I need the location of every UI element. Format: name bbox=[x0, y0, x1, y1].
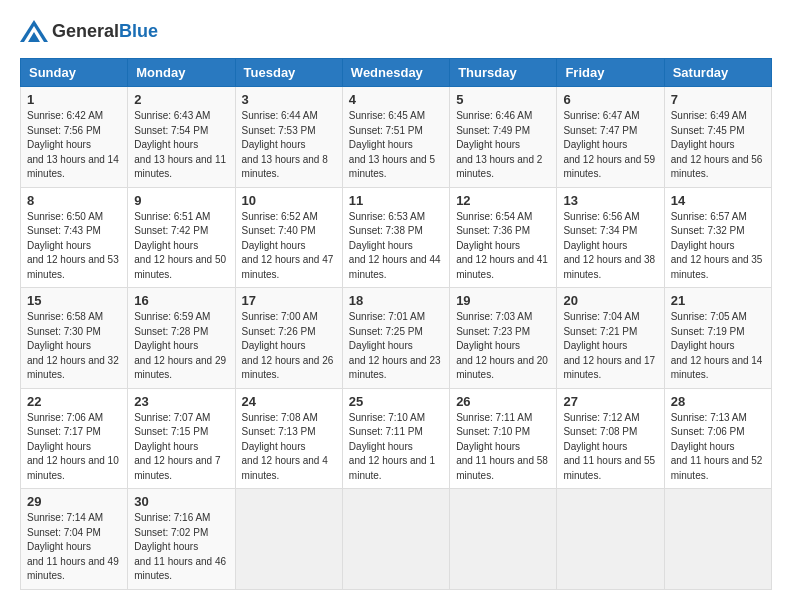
weekday-header-monday: Monday bbox=[128, 59, 235, 87]
logo-general-text: General bbox=[52, 21, 119, 41]
page-header: GeneralBlue bbox=[20, 20, 772, 42]
weekday-header-sunday: Sunday bbox=[21, 59, 128, 87]
day-info: Sunrise: 7:05 AMSunset: 7:19 PMDaylight … bbox=[671, 310, 765, 383]
calendar-cell: 23Sunrise: 7:07 AMSunset: 7:15 PMDayligh… bbox=[128, 388, 235, 489]
calendar-cell: 11Sunrise: 6:53 AMSunset: 7:38 PMDayligh… bbox=[342, 187, 449, 288]
calendar-cell: 9Sunrise: 6:51 AMSunset: 7:42 PMDaylight… bbox=[128, 187, 235, 288]
calendar-cell: 6Sunrise: 6:47 AMSunset: 7:47 PMDaylight… bbox=[557, 87, 664, 188]
day-info: Sunrise: 7:06 AMSunset: 7:17 PMDaylight … bbox=[27, 411, 121, 484]
day-info: Sunrise: 6:49 AMSunset: 7:45 PMDaylight … bbox=[671, 109, 765, 182]
calendar-cell: 2Sunrise: 6:43 AMSunset: 7:54 PMDaylight… bbox=[128, 87, 235, 188]
day-number: 13 bbox=[563, 193, 657, 208]
day-info: Sunrise: 7:03 AMSunset: 7:23 PMDaylight … bbox=[456, 310, 550, 383]
day-info: Sunrise: 6:44 AMSunset: 7:53 PMDaylight … bbox=[242, 109, 336, 182]
calendar-week-row: 1Sunrise: 6:42 AMSunset: 7:56 PMDaylight… bbox=[21, 87, 772, 188]
logo: GeneralBlue bbox=[20, 20, 158, 42]
calendar-cell: 28Sunrise: 7:13 AMSunset: 7:06 PMDayligh… bbox=[664, 388, 771, 489]
weekday-header-saturday: Saturday bbox=[664, 59, 771, 87]
weekday-header-wednesday: Wednesday bbox=[342, 59, 449, 87]
day-info: Sunrise: 7:08 AMSunset: 7:13 PMDaylight … bbox=[242, 411, 336, 484]
calendar-cell bbox=[557, 489, 664, 590]
calendar-cell: 8Sunrise: 6:50 AMSunset: 7:43 PMDaylight… bbox=[21, 187, 128, 288]
day-number: 22 bbox=[27, 394, 121, 409]
day-number: 2 bbox=[134, 92, 228, 107]
day-info: Sunrise: 6:59 AMSunset: 7:28 PMDaylight … bbox=[134, 310, 228, 383]
calendar-cell: 4Sunrise: 6:45 AMSunset: 7:51 PMDaylight… bbox=[342, 87, 449, 188]
calendar-cell: 17Sunrise: 7:00 AMSunset: 7:26 PMDayligh… bbox=[235, 288, 342, 389]
calendar-cell: 7Sunrise: 6:49 AMSunset: 7:45 PMDaylight… bbox=[664, 87, 771, 188]
weekday-header-thursday: Thursday bbox=[450, 59, 557, 87]
weekday-header-friday: Friday bbox=[557, 59, 664, 87]
calendar-cell: 19Sunrise: 7:03 AMSunset: 7:23 PMDayligh… bbox=[450, 288, 557, 389]
calendar-cell: 12Sunrise: 6:54 AMSunset: 7:36 PMDayligh… bbox=[450, 187, 557, 288]
day-number: 12 bbox=[456, 193, 550, 208]
calendar-cell: 14Sunrise: 6:57 AMSunset: 7:32 PMDayligh… bbox=[664, 187, 771, 288]
calendar-cell bbox=[342, 489, 449, 590]
day-info: Sunrise: 6:50 AMSunset: 7:43 PMDaylight … bbox=[27, 210, 121, 283]
day-number: 14 bbox=[671, 193, 765, 208]
calendar-cell: 24Sunrise: 7:08 AMSunset: 7:13 PMDayligh… bbox=[235, 388, 342, 489]
day-info: Sunrise: 7:00 AMSunset: 7:26 PMDaylight … bbox=[242, 310, 336, 383]
calendar-cell: 3Sunrise: 6:44 AMSunset: 7:53 PMDaylight… bbox=[235, 87, 342, 188]
calendar-week-row: 22Sunrise: 7:06 AMSunset: 7:17 PMDayligh… bbox=[21, 388, 772, 489]
day-number: 11 bbox=[349, 193, 443, 208]
day-number: 20 bbox=[563, 293, 657, 308]
day-info: Sunrise: 7:04 AMSunset: 7:21 PMDaylight … bbox=[563, 310, 657, 383]
day-number: 24 bbox=[242, 394, 336, 409]
calendar-cell: 16Sunrise: 6:59 AMSunset: 7:28 PMDayligh… bbox=[128, 288, 235, 389]
day-number: 29 bbox=[27, 494, 121, 509]
calendar-cell: 30Sunrise: 7:16 AMSunset: 7:02 PMDayligh… bbox=[128, 489, 235, 590]
day-info: Sunrise: 6:53 AMSunset: 7:38 PMDaylight … bbox=[349, 210, 443, 283]
day-number: 21 bbox=[671, 293, 765, 308]
day-number: 7 bbox=[671, 92, 765, 107]
calendar-cell: 13Sunrise: 6:56 AMSunset: 7:34 PMDayligh… bbox=[557, 187, 664, 288]
day-info: Sunrise: 6:57 AMSunset: 7:32 PMDaylight … bbox=[671, 210, 765, 283]
day-number: 30 bbox=[134, 494, 228, 509]
day-info: Sunrise: 6:43 AMSunset: 7:54 PMDaylight … bbox=[134, 109, 228, 182]
calendar-week-row: 15Sunrise: 6:58 AMSunset: 7:30 PMDayligh… bbox=[21, 288, 772, 389]
calendar-cell: 5Sunrise: 6:46 AMSunset: 7:49 PMDaylight… bbox=[450, 87, 557, 188]
day-number: 18 bbox=[349, 293, 443, 308]
calendar-cell bbox=[450, 489, 557, 590]
day-number: 19 bbox=[456, 293, 550, 308]
calendar-cell: 1Sunrise: 6:42 AMSunset: 7:56 PMDaylight… bbox=[21, 87, 128, 188]
day-number: 27 bbox=[563, 394, 657, 409]
weekday-header-tuesday: Tuesday bbox=[235, 59, 342, 87]
day-number: 15 bbox=[27, 293, 121, 308]
day-number: 5 bbox=[456, 92, 550, 107]
day-info: Sunrise: 6:47 AMSunset: 7:47 PMDaylight … bbox=[563, 109, 657, 182]
day-info: Sunrise: 6:54 AMSunset: 7:36 PMDaylight … bbox=[456, 210, 550, 283]
calendar-body: 1Sunrise: 6:42 AMSunset: 7:56 PMDaylight… bbox=[21, 87, 772, 590]
calendar-header: SundayMondayTuesdayWednesdayThursdayFrid… bbox=[21, 59, 772, 87]
calendar-table: SundayMondayTuesdayWednesdayThursdayFrid… bbox=[20, 58, 772, 590]
calendar-cell: 22Sunrise: 7:06 AMSunset: 7:17 PMDayligh… bbox=[21, 388, 128, 489]
day-info: Sunrise: 6:52 AMSunset: 7:40 PMDaylight … bbox=[242, 210, 336, 283]
day-number: 9 bbox=[134, 193, 228, 208]
calendar-cell: 20Sunrise: 7:04 AMSunset: 7:21 PMDayligh… bbox=[557, 288, 664, 389]
day-number: 25 bbox=[349, 394, 443, 409]
calendar-cell: 25Sunrise: 7:10 AMSunset: 7:11 PMDayligh… bbox=[342, 388, 449, 489]
day-number: 10 bbox=[242, 193, 336, 208]
calendar-cell: 27Sunrise: 7:12 AMSunset: 7:08 PMDayligh… bbox=[557, 388, 664, 489]
calendar-cell: 18Sunrise: 7:01 AMSunset: 7:25 PMDayligh… bbox=[342, 288, 449, 389]
day-number: 28 bbox=[671, 394, 765, 409]
calendar-cell: 21Sunrise: 7:05 AMSunset: 7:19 PMDayligh… bbox=[664, 288, 771, 389]
calendar-cell: 26Sunrise: 7:11 AMSunset: 7:10 PMDayligh… bbox=[450, 388, 557, 489]
day-number: 4 bbox=[349, 92, 443, 107]
calendar-week-row: 8Sunrise: 6:50 AMSunset: 7:43 PMDaylight… bbox=[21, 187, 772, 288]
day-info: Sunrise: 6:45 AMSunset: 7:51 PMDaylight … bbox=[349, 109, 443, 182]
day-info: Sunrise: 7:11 AMSunset: 7:10 PMDaylight … bbox=[456, 411, 550, 484]
calendar-cell: 10Sunrise: 6:52 AMSunset: 7:40 PMDayligh… bbox=[235, 187, 342, 288]
day-number: 23 bbox=[134, 394, 228, 409]
day-number: 17 bbox=[242, 293, 336, 308]
calendar-cell: 29Sunrise: 7:14 AMSunset: 7:04 PMDayligh… bbox=[21, 489, 128, 590]
calendar-cell: 15Sunrise: 6:58 AMSunset: 7:30 PMDayligh… bbox=[21, 288, 128, 389]
weekday-header-row: SundayMondayTuesdayWednesdayThursdayFrid… bbox=[21, 59, 772, 87]
day-number: 16 bbox=[134, 293, 228, 308]
day-info: Sunrise: 7:13 AMSunset: 7:06 PMDaylight … bbox=[671, 411, 765, 484]
day-info: Sunrise: 7:16 AMSunset: 7:02 PMDaylight … bbox=[134, 511, 228, 584]
day-number: 26 bbox=[456, 394, 550, 409]
day-number: 1 bbox=[27, 92, 121, 107]
day-info: Sunrise: 7:10 AMSunset: 7:11 PMDaylight … bbox=[349, 411, 443, 484]
day-number: 6 bbox=[563, 92, 657, 107]
